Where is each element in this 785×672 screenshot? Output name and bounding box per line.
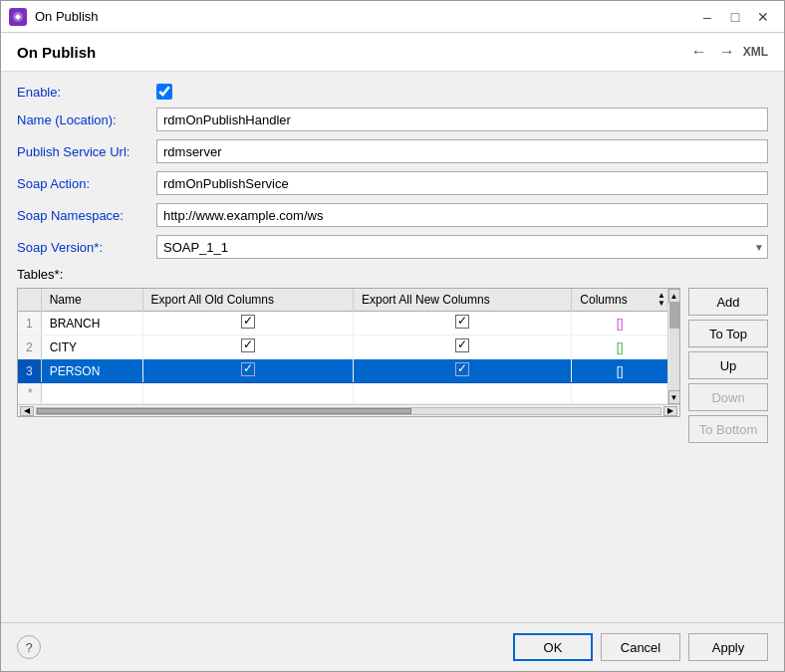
up-button[interactable]: Up	[688, 351, 768, 379]
down-button[interactable]: Down	[688, 383, 768, 411]
enable-label: Enable:	[17, 85, 156, 100]
checkbox-icon[interactable]	[241, 338, 255, 352]
checkbox-icon[interactable]	[455, 315, 469, 329]
header-actions: ← → XML	[687, 41, 768, 63]
row-columns[interactable]: []	[572, 312, 667, 336]
soap-version-label: Soap Version*:	[17, 240, 156, 255]
data-table-container: Name Export All Old Columns Export All N…	[17, 288, 680, 417]
table-row[interactable]: 1 BRANCH []	[18, 312, 667, 336]
main-content: Enable: Name (Location): Publish Service…	[1, 72, 784, 622]
row-export-new[interactable]	[353, 359, 571, 383]
close-button[interactable]: ✕	[750, 4, 776, 30]
table-row[interactable]: 2 CITY []	[18, 336, 667, 359]
row-export-old[interactable]	[142, 359, 353, 383]
col-header-rownum	[18, 289, 41, 312]
footer-left: ?	[17, 635, 513, 659]
row-export-new-empty	[353, 383, 571, 404]
soap-action-row: Soap Action:	[17, 171, 768, 195]
row-export-old[interactable]	[142, 336, 353, 359]
enable-row: Enable:	[17, 84, 768, 100]
v-scroll-track	[669, 303, 679, 390]
app-icon	[9, 8, 27, 26]
tables-section: Tables*: Name Export All Old Columns	[17, 267, 768, 443]
to-top-button[interactable]: To Top	[688, 320, 768, 347]
publish-url-row: Publish Service Url:	[17, 139, 768, 163]
enable-checkbox[interactable]	[156, 84, 172, 100]
tables-area: Name Export All Old Columns Export All N…	[17, 288, 768, 443]
row-name-empty	[41, 383, 142, 404]
name-input[interactable]	[156, 108, 768, 131]
publish-url-label: Publish Service Url:	[17, 144, 156, 159]
row-columns[interactable]: []	[572, 359, 667, 383]
soap-action-input[interactable]	[156, 171, 768, 195]
soap-version-select[interactable]: SOAP_1_1 SOAP_1_2	[156, 235, 768, 259]
soap-namespace-row: Soap Namespace:	[17, 203, 768, 227]
row-name: CITY	[41, 336, 142, 359]
v-scroll-thumb	[669, 303, 679, 329]
forward-button[interactable]: →	[715, 41, 739, 63]
col-header-export-old: Export All Old Columns	[142, 289, 353, 312]
tables-label: Tables*:	[17, 267, 768, 282]
row-columns-empty	[572, 383, 667, 404]
table-row[interactable]: 3 PERSON []	[18, 359, 667, 383]
soap-version-dropdown: SOAP_1_1 SOAP_1_2 ▼	[156, 235, 768, 259]
back-button[interactable]: ←	[687, 41, 711, 63]
side-buttons: Add To Top Up Down To Bottom	[688, 288, 768, 443]
publish-url-input[interactable]	[156, 139, 768, 163]
scroll-up-button[interactable]: ▲	[668, 289, 680, 303]
row-num: 3	[18, 359, 41, 383]
col-header-export-new: Export All New Columns	[353, 289, 571, 312]
name-label: Name (Location):	[17, 112, 156, 127]
row-name: BRANCH	[41, 312, 142, 336]
help-button[interactable]: ?	[17, 635, 41, 659]
minimize-button[interactable]: –	[694, 4, 720, 30]
data-table: Name Export All Old Columns Export All N…	[18, 289, 667, 404]
add-button[interactable]: Add	[688, 288, 768, 316]
header-bar: On Publish ← → XML	[1, 33, 784, 72]
apply-button[interactable]: Apply	[688, 633, 768, 661]
scroll-right-button[interactable]: ▶	[663, 406, 677, 416]
horizontal-scrollbar[interactable]: ◀ ▶	[18, 404, 679, 416]
enable-checkbox-container	[156, 84, 172, 100]
vertical-scrollbar[interactable]: ▲ ▼	[667, 289, 679, 404]
sort-arrows-icon: ▲ ▼	[657, 292, 665, 308]
footer-buttons: OK Cancel Apply	[513, 633, 768, 661]
row-num: 2	[18, 336, 41, 359]
soap-namespace-input[interactable]	[156, 203, 768, 227]
h-scroll-track	[36, 407, 661, 415]
checkbox-icon[interactable]	[455, 338, 469, 352]
scroll-down-button[interactable]: ▼	[668, 390, 680, 404]
page-title: On Publish	[17, 44, 96, 61]
title-bar: On Publish – □ ✕	[1, 1, 784, 33]
window-title: On Publish	[35, 9, 694, 24]
scroll-left-button[interactable]: ◀	[20, 406, 34, 416]
soap-action-label: Soap Action:	[17, 176, 156, 191]
row-export-new[interactable]	[353, 312, 571, 336]
checkbox-icon[interactable]	[241, 362, 255, 376]
name-row: Name (Location):	[17, 108, 768, 131]
table-scroll-area[interactable]: Name Export All Old Columns Export All N…	[18, 289, 667, 404]
main-window: On Publish – □ ✕ On Publish ← → XML Enab…	[0, 0, 785, 672]
soap-version-row: Soap Version*: SOAP_1_1 SOAP_1_2 ▼	[17, 235, 768, 259]
row-name: PERSON	[41, 359, 142, 383]
maximize-button[interactable]: □	[722, 4, 748, 30]
xml-label: XML	[743, 45, 768, 59]
row-num: *	[18, 383, 41, 404]
row-export-old[interactable]	[142, 312, 353, 336]
col-header-columns: Columns ▲ ▼	[572, 289, 667, 312]
table-row-new[interactable]: *	[18, 383, 667, 404]
row-columns[interactable]: []	[572, 336, 667, 359]
col-header-name: Name	[41, 289, 142, 312]
row-export-old-empty	[142, 383, 353, 404]
row-export-new[interactable]	[353, 336, 571, 359]
checkbox-icon[interactable]	[241, 315, 255, 329]
ok-button[interactable]: OK	[513, 633, 593, 661]
soap-namespace-label: Soap Namespace:	[17, 208, 156, 223]
window-controls: – □ ✕	[694, 4, 776, 30]
row-num: 1	[18, 312, 41, 336]
cancel-button[interactable]: Cancel	[601, 633, 680, 661]
to-bottom-button[interactable]: To Bottom	[688, 415, 768, 443]
footer: ? OK Cancel Apply	[1, 622, 784, 671]
h-scroll-thumb	[37, 408, 411, 414]
checkbox-icon[interactable]	[455, 362, 469, 376]
